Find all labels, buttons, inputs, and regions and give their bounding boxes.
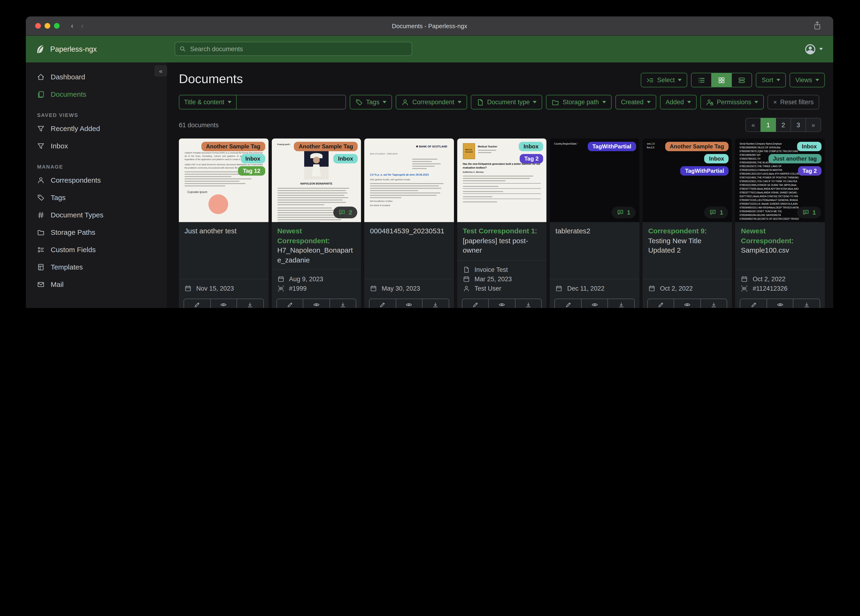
tag-pill[interactable]: Tag 2 (519, 154, 543, 163)
browser-back-icon[interactable]: ‹ (71, 22, 74, 30)
sidebar-section-label: SAVED VIEWS (37, 112, 166, 118)
document-correspondent[interactable]: Newest Correspondent (277, 227, 328, 244)
sidebar-item-templates[interactable]: Templates (26, 258, 166, 276)
preview-button[interactable] (767, 299, 794, 308)
preview-button[interactable] (488, 299, 515, 308)
minimize-window-button[interactable] (45, 23, 50, 29)
sidebar-item-storage-paths[interactable]: Storage Paths (26, 223, 166, 241)
file-icon (476, 98, 484, 106)
document-correspondent[interactable]: Correspondent 9 (648, 227, 705, 235)
share-icon[interactable] (813, 21, 821, 30)
filter-created-button[interactable]: Created (615, 95, 656, 109)
browser-forward-icon: › (81, 22, 83, 30)
edit-button[interactable] (462, 299, 489, 308)
detail-row: Dec 11, 2022 (556, 285, 634, 292)
sidebar-item-documents[interactable]: Documents (26, 85, 166, 103)
document-card[interactable]: Francja pod r NAPOLEON BONAPARTE Another… (271, 138, 361, 308)
tag-pill[interactable]: Inbox (705, 154, 729, 163)
person-icon (402, 98, 409, 106)
tag-pill[interactable]: Another Sample Tag (665, 142, 729, 151)
document-card[interactable]: Serial Number,Company Name,Employe 97881… (735, 138, 825, 308)
filter-correspondent-button[interactable]: Correspondent (396, 95, 467, 109)
user-menu[interactable] (804, 43, 823, 55)
sort-button[interactable]: Sort (756, 73, 786, 87)
document-details: Oct 2, 2022 (643, 279, 732, 295)
edit-button[interactable] (555, 299, 582, 308)
filter-added-button[interactable]: Added (660, 95, 697, 109)
tag-pill[interactable]: Another Sample Tag (294, 142, 358, 151)
document-correspondent[interactable]: Newest Correspondent (741, 227, 791, 244)
comment-count: 1 (627, 209, 630, 216)
views-button[interactable]: Views (789, 73, 825, 87)
edit-button[interactable] (647, 299, 674, 308)
tag-pill[interactable]: Tag 2 (798, 166, 821, 176)
edit-button[interactable] (184, 299, 210, 308)
download-button[interactable] (793, 299, 820, 308)
tag-pill[interactable]: Inbox (519, 142, 543, 151)
filter-permissions-button[interactable]: Permissions (700, 95, 764, 109)
pagination-page-2[interactable]: 2 (775, 118, 791, 132)
mail-icon (37, 281, 45, 288)
sidebar-collapse-button[interactable]: « (154, 65, 167, 77)
document-card[interactable]: Country,Region/State,"TagWithPartial1tab… (550, 138, 639, 308)
calendar-icon (648, 285, 655, 292)
document-card[interactable]: Adobe Acrobat PDF Files Adobe® Portable … (179, 138, 268, 308)
tag-pill[interactable]: Just another tag (768, 154, 821, 163)
person-icon (37, 176, 45, 184)
close-window-button[interactable] (35, 23, 41, 29)
reset-filters-button[interactable]: ×Reset filters (768, 95, 819, 109)
download-button[interactable] (608, 299, 635, 308)
document-card[interactable]: ❋ BANK OF SCOTLAND Bank of Scotland · 10… (364, 138, 454, 308)
pagination-page-1[interactable]: 1 (761, 118, 776, 132)
sidebar-item-inbox[interactable]: Inbox (26, 137, 166, 154)
title-content-input[interactable] (237, 95, 346, 109)
zoom-window-button[interactable] (54, 23, 60, 29)
view-mode-list[interactable] (692, 73, 711, 87)
search-input[interactable] (189, 45, 408, 53)
pagination-first[interactable]: « (745, 118, 761, 132)
sidebar-item-correspondents[interactable]: Correspondents (26, 171, 166, 189)
sidebar-item-tags[interactable]: Tags (26, 189, 166, 206)
sidebar-item-dashboard[interactable]: Dashboard (26, 68, 166, 85)
preview-button[interactable] (395, 299, 422, 308)
tag-pill[interactable]: Inbox (797, 142, 821, 151)
filter-document-type-button[interactable]: Document type (471, 95, 542, 109)
tag-pill[interactable]: Tag 12 (238, 166, 265, 176)
download-button[interactable] (700, 299, 727, 308)
download-button[interactable] (237, 299, 264, 308)
detail-row: Oct 2, 2022 (741, 276, 819, 283)
view-mode-grid[interactable] (711, 73, 731, 87)
document-correspondent[interactable]: Test Correspondent 1 (463, 227, 535, 235)
download-button[interactable] (515, 299, 542, 308)
sidebar-item-custom-fields[interactable]: Custom Fields (26, 241, 166, 258)
document-card[interactable]: one,1.0 five,5.0Another Sample TagInboxT… (643, 138, 732, 308)
pagination-page-3[interactable]: 3 (791, 118, 806, 132)
edit-button[interactable] (740, 299, 767, 308)
edit-button[interactable] (369, 299, 396, 308)
document-card[interactable]: MEDICAL TEACHER Medical Teacher Has the … (457, 138, 546, 308)
preview-button[interactable] (303, 299, 330, 308)
documents-icon (37, 90, 45, 98)
pagination-last[interactable]: » (805, 118, 821, 132)
download-button[interactable] (422, 299, 449, 308)
edit-button[interactable] (276, 299, 303, 308)
sidebar-item-label: Mail (51, 280, 64, 288)
tag-pill[interactable]: Inbox (240, 154, 265, 163)
filter-tags-button[interactable]: Tags (350, 95, 392, 109)
tag-pill[interactable]: TagWithPartial (588, 142, 636, 151)
sidebar-item-document-types[interactable]: Document Types (26, 206, 166, 223)
preview-button[interactable] (674, 299, 701, 308)
select-button[interactable]: Select (641, 73, 687, 87)
sidebar-item-mail[interactable]: Mail (26, 276, 166, 293)
title-content-dropdown[interactable]: Title & content (179, 95, 237, 109)
tag-pill[interactable]: Another Sample Tag (201, 142, 265, 151)
tag-pill[interactable]: Inbox (333, 154, 358, 163)
tag-pill[interactable]: TagWithPartial (680, 166, 729, 176)
download-button[interactable] (329, 299, 356, 308)
sidebar-item-recently-added[interactable]: Recently Added (26, 120, 166, 137)
filter-storage-path-button[interactable]: Storage path (546, 95, 612, 109)
view-mode-cards[interactable] (731, 73, 752, 87)
preview-button[interactable] (210, 299, 237, 308)
comment-count: 1 (720, 209, 723, 216)
preview-button[interactable] (581, 299, 608, 308)
